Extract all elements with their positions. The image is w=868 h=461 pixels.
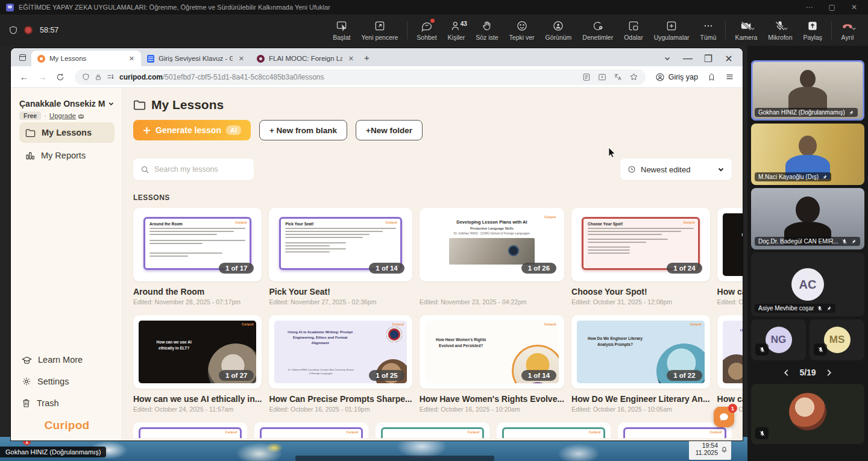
upgrade-link[interactable]: Upgrade	[49, 112, 84, 119]
avatar: NG	[766, 327, 792, 353]
toolbar-leave-button[interactable]: Ayrıl	[835, 20, 860, 41]
more-options-icon[interactable]: ⋯	[806, 3, 813, 11]
sidebar-item-my-reports[interactable]: My Reports	[19, 145, 115, 166]
back-button[interactable]: ←	[17, 70, 31, 84]
lesson-card[interactable]: Curipod	[497, 422, 611, 438]
toolbar-camera-button[interactable]: Kamera	[729, 20, 763, 41]
support-chat-button[interactable]: 1	[714, 407, 734, 427]
mic-options-chevron-icon[interactable]	[783, 26, 788, 31]
participant-name: Doç.Dr. Badegül CAN EMİR...	[758, 238, 838, 245]
toolbar-start-button[interactable]: Başlat	[327, 20, 356, 41]
lesson-card[interactable]: Curipod Choose Your Spot! 1 of 24 Choose…	[571, 208, 709, 306]
browser-restore-button[interactable]: ❐	[698, 51, 719, 66]
participant-video[interactable]: Doç.Dr. Badegül CAN EMİR...	[751, 188, 864, 249]
reload-button[interactable]	[53, 70, 68, 84]
workspace-switcher[interactable]: Çanakkale Onsekiz Mart	[19, 99, 115, 108]
avatar: AC	[791, 268, 824, 301]
reading-mode-icon[interactable]	[582, 73, 591, 81]
toolbar-chat-button[interactable]: Sohbet	[411, 20, 442, 41]
security-shield-icon[interactable]	[8, 25, 18, 36]
search-input[interactable]	[154, 165, 239, 174]
toolbar-controls-button[interactable]: Denetimler	[577, 20, 618, 41]
participant-video[interactable]: AC Asiye Mevhibe coşar	[751, 252, 864, 316]
close-tab-icon[interactable]: ✕	[127, 54, 136, 63]
new-from-blank-button[interactable]: + New from blank	[259, 120, 347, 140]
new-folder-button[interactable]: +New folder	[356, 120, 423, 140]
lesson-card[interactable]: Curipod How Do We Engineer Literary Anal…	[571, 315, 709, 413]
toolbar-share-button[interactable]: Paylaş	[797, 20, 828, 41]
tab-list-chevron-icon[interactable]	[657, 51, 678, 66]
save-page-icon[interactable]	[598, 73, 606, 81]
plan-badge: Free	[19, 111, 41, 120]
close-tab-icon[interactable]: ✕	[237, 54, 246, 63]
browser-minimize-button[interactable]: —	[678, 51, 698, 66]
sidebar-item-learn-more[interactable]: Learn More	[19, 350, 115, 369]
camera-options-chevron-icon[interactable]	[750, 26, 755, 31]
toolbar-raise-hand-button[interactable]: Söz iste	[470, 20, 503, 41]
toolbar-more-button[interactable]: Tümü	[695, 20, 722, 41]
slide-count-badge: 1 of 25	[369, 370, 404, 381]
curipod-favicon	[37, 55, 45, 63]
lesson-card[interactable]: Curipod How can we use AI ethically in E…	[133, 315, 262, 413]
participant-video[interactable]: MS	[810, 319, 864, 360]
participant-video[interactable]: Gokhan HINIZ (Doğrulanmamış)	[751, 60, 864, 121]
toolbar-new-window-button[interactable]: Yeni pencere	[356, 20, 403, 41]
split-screen-icon[interactable]	[107, 74, 115, 80]
lesson-card[interactable]: Curipod	[376, 422, 489, 438]
generate-lesson-button[interactable]: Generate lesson AI	[133, 120, 251, 140]
translate-icon[interactable]	[614, 73, 622, 81]
toolbar-rooms-button[interactable]: Odalar	[618, 20, 649, 41]
chat-bubble-icon	[719, 412, 729, 422]
toolbar-apps-button[interactable]: Uygulamalar	[649, 20, 695, 41]
tab-flai-mooc[interactable]: FLAI MOOC: Foreign Language ✕	[251, 51, 360, 66]
lesson-card[interactable]: Curipod	[254, 422, 368, 438]
bookmark-star-icon[interactable]	[629, 72, 638, 81]
university-logo	[386, 327, 402, 342]
notification-bell-icon[interactable]	[720, 445, 728, 453]
lesson-card[interactable]: Curipod Pick Your Seat! 1 of 14 Pick You…	[269, 208, 412, 306]
lesson-card[interactable]: Curipod	[133, 422, 247, 438]
sidebar-item-trash[interactable]: Trash	[19, 394, 115, 413]
participant-video[interactable]: M.Naci Kayaoğlu (Dış)	[751, 124, 864, 185]
close-icon[interactable]: ✕	[851, 3, 857, 11]
lesson-card[interactable]: Curipod Using AI in Academic Writing: Pr…	[269, 315, 412, 413]
shared-desktop: 1 Gokhan HINIZ (Doğrulanmamış) 19:54 11.…	[0, 46, 747, 461]
taskbar-clock[interactable]: 19:54 11.2025	[689, 438, 731, 460]
tab-search-button[interactable]	[16, 51, 29, 64]
new-tab-button[interactable]: +	[364, 52, 370, 63]
maximize-icon[interactable]: ▢	[829, 3, 835, 11]
participant-video[interactable]	[751, 384, 864, 444]
lesson-card[interactable]: Curipod Using AI in Academic Writing: To…	[717, 315, 743, 413]
forward-button[interactable]: →	[35, 70, 49, 84]
toolbar-mic-button[interactable]: Mikrofon	[763, 20, 797, 41]
browser-close-button[interactable]: ✕	[719, 51, 739, 66]
signin-button[interactable]: Giriş yap	[653, 72, 700, 82]
site-info-icon[interactable]	[82, 73, 90, 81]
lesson-card[interactable]: Curipod Around the Room 1 of 17 Around t…	[133, 208, 262, 306]
toolbar-react-button[interactable]: Tepki ver	[504, 20, 540, 41]
toolbar-view-button[interactable]: Görünüm	[540, 20, 577, 41]
lesson-card[interactable]: Curipod How Have Women's Rights Evolved …	[420, 315, 564, 413]
sidebar-item-settings[interactable]: Settings	[19, 372, 115, 391]
pager-next-icon[interactable]	[826, 369, 832, 377]
share-screen-icon	[807, 20, 819, 32]
lesson-card[interactable]: Curipod How can AI enhance language teac…	[717, 208, 743, 306]
tab-google-docs[interactable]: Giriş Seviyesi Klavuz - Google D ✕	[141, 51, 251, 66]
lesson-card[interactable]: Curipod Developing Lesson Plans with AI …	[420, 208, 564, 306]
tab-my-lessons[interactable]: My Lessons ✕	[31, 51, 141, 66]
sidebar-item-my-lessons[interactable]: My Lessons	[19, 122, 115, 143]
presenter-name-overlay: Gokhan HINIZ (Doğrulanmamış)	[0, 447, 106, 457]
toolbar-participants-button[interactable]: 43 Kişiler	[442, 20, 471, 41]
browser-menu-icon[interactable]	[722, 70, 737, 84]
address-bar[interactable]: curipod.com/501efbd7-cbf5-51d1-8a41-5c8c…	[75, 69, 646, 85]
lessons-grid: Curipod Around the Room 1 of 17 Around t…	[133, 208, 732, 413]
sort-dropdown[interactable]: Newest edited	[620, 158, 732, 180]
profile-icon	[655, 72, 665, 82]
participant-video[interactable]: NG	[751, 319, 806, 360]
pager-prev-icon[interactable]	[783, 369, 790, 377]
lesson-title: How Do We Engineer Literary An...	[571, 394, 709, 404]
search-box[interactable]	[133, 158, 254, 180]
close-tab-icon[interactable]: ✕	[347, 54, 356, 63]
leave-options-chevron-icon[interactable]	[851, 26, 857, 31]
collections-icon[interactable]	[704, 70, 719, 84]
